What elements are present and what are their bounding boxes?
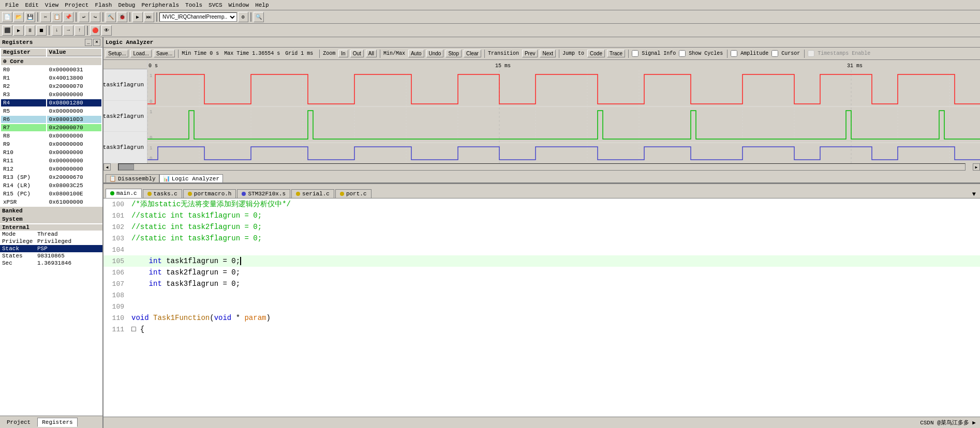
toolbar-settings[interactable]: ⚙ — [238, 12, 248, 22]
toolbar2-step-over[interactable]: → — [63, 25, 73, 36]
code-view[interactable]: 100 /*添加static无法将变量添加到逻辑分析仪中*/ 101 //sta… — [103, 198, 980, 417]
toolbar2-breakpoint[interactable]: 🔴 — [90, 25, 100, 36]
signal-info-checkbox[interactable] — [632, 50, 639, 57]
disassembly-tab[interactable]: 📋 Disassembly — [106, 174, 159, 182]
toolbar-build[interactable]: 🔨 — [106, 12, 116, 22]
menu-window[interactable]: Window — [226, 1, 253, 9]
toolbar-redo[interactable]: ↪ — [90, 12, 100, 22]
menu-debug[interactable]: Debug — [115, 1, 138, 9]
stop-waveform-button[interactable]: Stop — [446, 50, 462, 57]
menu-tools[interactable]: Tools — [182, 1, 205, 9]
table-row[interactable]: R80x00000000 — [1, 132, 101, 140]
zoom-all-button[interactable]: All — [366, 50, 377, 57]
toolbar2-btn3[interactable]: ⏸ — [25, 25, 35, 36]
timestamps-checkbox[interactable] — [808, 50, 814, 57]
trace-button[interactable]: Trace — [607, 50, 625, 57]
tabs-overflow-btn[interactable]: ▼ — [970, 191, 978, 198]
line-content-101: //static int task1flagrun = 0; — [129, 211, 980, 220]
h-scrollbar[interactable]: ◀ ▶ — [103, 163, 980, 171]
amplitude-checkbox[interactable] — [731, 50, 737, 57]
toolbar-run[interactable]: ▶ — [132, 12, 143, 22]
toolbar-step[interactable]: ⏭ — [144, 12, 154, 22]
table-row[interactable]: R50x00000000 — [1, 108, 101, 115]
scroll-left-btn[interactable]: ◀ — [103, 163, 111, 171]
tab-port-c[interactable]: port.c — [335, 189, 372, 198]
tasks-c-dot — [147, 192, 152, 196]
toolbar-undo[interactable]: ↩ — [79, 12, 89, 22]
cursor-checkbox[interactable] — [771, 50, 778, 57]
toolbar-zoom[interactable]: 🔍 — [254, 12, 264, 22]
registers-scroll[interactable]: Register Value ⊕ CoreR00x00000031R10x400… — [0, 48, 102, 416]
registers-close[interactable]: × — [93, 39, 100, 46]
next-button[interactable]: Next — [540, 50, 556, 57]
line-num-107: 107 — [103, 280, 129, 288]
statusbar: CSDN @菜鸟江多多 ▶ — [103, 417, 980, 428]
menu-file[interactable]: File — [2, 1, 22, 9]
toolbar2-step-into[interactable]: ↓ — [52, 25, 62, 36]
tab-registers[interactable]: Registers — [37, 418, 77, 427]
logic-analyzer-tab[interactable]: 📊 Logic Analyzer — [159, 174, 223, 182]
toolbar2-btn2[interactable]: ▶ — [13, 25, 24, 36]
menu-flash[interactable]: Flash — [92, 1, 115, 9]
menu-peripherals[interactable]: Peripherals — [138, 1, 182, 9]
table-row[interactable]: R100x00000000 — [1, 149, 101, 156]
tab-serial-c[interactable]: serial.c — [291, 189, 334, 198]
registers-minimize[interactable]: _ — [85, 39, 92, 46]
tab-main-c[interactable]: main.c — [106, 189, 142, 198]
minmax-label: Min/Max — [383, 51, 405, 56]
save-button[interactable]: Save... — [154, 50, 175, 57]
zoom-out-button[interactable]: Out — [350, 50, 364, 57]
nvic-channel-select[interactable]: NVIC_IRQChannelPreemp... — [159, 12, 237, 22]
tab-project[interactable]: Project — [2, 418, 35, 427]
zoom-in-button[interactable]: In — [338, 50, 348, 57]
show-cycles-checkbox[interactable] — [679, 50, 686, 57]
menu-help[interactable]: Help — [252, 1, 272, 9]
table-row[interactable]: R14 (LR)0x08003C25 — [1, 182, 101, 189]
scroll-right-btn[interactable]: ▶ — [973, 163, 980, 171]
prev-button[interactable]: Prev — [522, 50, 538, 57]
toolbar2-btn1[interactable]: ⬛ — [2, 25, 12, 36]
menu-edit[interactable]: Edit — [22, 1, 41, 9]
toolbar-save[interactable]: 💾 — [25, 12, 35, 22]
toolbar-new[interactable]: 📄 — [2, 12, 12, 22]
menu-view[interactable]: View — [42, 1, 62, 9]
load-button[interactable]: Load... — [130, 50, 152, 57]
scrollbar-track[interactable] — [118, 163, 966, 171]
waveform-svg-area[interactable]: 0 s 15 ms 31 ms — [147, 60, 980, 163]
table-row[interactable]: R60x080010D3 — [1, 116, 101, 123]
toolbar-open[interactable]: 📂 — [13, 12, 24, 22]
toolbar-cut[interactable]: ✂ — [40, 12, 51, 22]
table-row[interactable]: R10x40013800 — [1, 74, 101, 82]
table-row[interactable]: R110x00000000 — [1, 157, 101, 164]
toolbar2-btn4[interactable]: ⏹ — [36, 25, 47, 36]
tab-tasks-c[interactable]: tasks.c — [143, 189, 182, 198]
toolbar-debug[interactable]: 🐞 — [117, 12, 127, 22]
undo-button[interactable]: Undo — [426, 50, 444, 57]
menu-project[interactable]: Project — [62, 1, 92, 9]
table-row[interactable]: R13 (SP)0x20000670 — [1, 174, 101, 181]
setup-button[interactable]: Setup... — [106, 50, 128, 57]
code-button[interactable]: Code — [587, 50, 605, 57]
table-row[interactable]: R15 (PC)0x0800100E — [1, 190, 101, 197]
tab-stm32-s[interactable]: STM32F10x.s — [237, 189, 290, 198]
toolbar-copy[interactable]: 📋 — [52, 12, 62, 22]
table-row[interactable]: R20x20000070 — [1, 83, 101, 90]
toolbar2-watch[interactable]: 👁 — [101, 25, 112, 36]
tab-portmacro-h[interactable]: portmacro.h — [183, 189, 236, 198]
auto-button[interactable]: Auto — [408, 50, 424, 57]
table-row[interactable]: R120x00000000 — [1, 165, 101, 173]
table-row[interactable]: R90x00000000 — [1, 141, 101, 148]
max-time-label: Max Time — [224, 51, 249, 56]
table-row[interactable]: R70x20000070 — [1, 124, 101, 131]
scrollbar-thumb[interactable] — [118, 164, 134, 170]
table-row[interactable]: xPSR0x61000000 — [1, 198, 101, 206]
menu-svcs[interactable]: SVCS — [205, 1, 225, 9]
table-row[interactable]: R00x00000031 — [1, 66, 101, 73]
clear-button[interactable]: Clear — [464, 50, 481, 57]
table-row[interactable]: R40x08001280 — [1, 99, 101, 106]
internal-section: Internal Mode Thread Privilege Privilege… — [0, 223, 102, 268]
toolbar2-step-out[interactable]: ↑ — [75, 25, 85, 36]
col-value: Value — [47, 49, 101, 56]
table-row[interactable]: R30x00000000 — [1, 91, 101, 98]
toolbar-paste[interactable]: 📌 — [63, 12, 73, 22]
